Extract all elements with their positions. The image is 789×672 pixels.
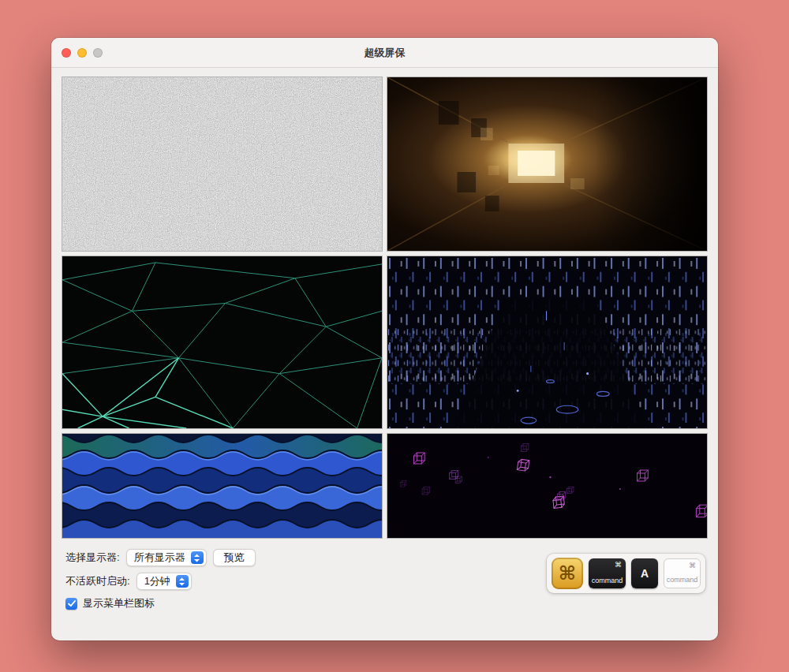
- command-symbol-icon: ⌘: [689, 562, 696, 569]
- preview-tv-static[interactable]: [62, 77, 382, 251]
- idle-select-value: 1分钟: [144, 574, 170, 588]
- hotkey-recorder[interactable]: ⌘ ⌘ command A ⌘ command: [547, 554, 705, 593]
- preview-wireframe-cubes[interactable]: [387, 434, 707, 538]
- display-label: 选择显示器:: [65, 551, 120, 565]
- zoom-button[interactable]: [93, 48, 103, 58]
- minimize-button[interactable]: [77, 48, 87, 58]
- command-symbol-icon: ⌘: [615, 561, 622, 569]
- menubar-row: 显示菜单栏图标: [65, 596, 705, 610]
- preview-blue-waves[interactable]: [62, 434, 382, 538]
- digital-rain-image: [387, 256, 707, 428]
- keycap-command-dark: ⌘ command: [589, 558, 626, 588]
- window-title: 超级屏保: [365, 46, 406, 60]
- preview-fractal-tunnel[interactable]: [387, 77, 707, 251]
- wireframe-cubes-image: [387, 434, 707, 538]
- blue-waves-image: [62, 434, 382, 538]
- checkmark-icon: [68, 600, 76, 607]
- traffic-lights: [62, 48, 103, 58]
- select-stepper-icon: [191, 551, 204, 564]
- preview-wireframe-mesh[interactable]: [62, 256, 382, 428]
- menubar-checkbox-label: 显示菜单栏图标: [83, 596, 155, 610]
- keycap-a: A: [631, 558, 658, 588]
- preview-digital-rain[interactable]: [387, 256, 707, 428]
- fractal-tunnel-image: [387, 77, 707, 251]
- app-window: 超级屏保: [51, 38, 718, 640]
- select-stepper-icon: [176, 575, 189, 588]
- preview-button[interactable]: 预览: [213, 549, 256, 566]
- idle-label: 不活跃时启动:: [65, 574, 130, 588]
- titlebar[interactable]: 超级屏保: [51, 38, 718, 68]
- keycap-command-light: ⌘ command: [664, 558, 701, 588]
- menubar-checkbox[interactable]: [65, 598, 77, 610]
- wireframe-mesh-image: [62, 256, 382, 428]
- display-select-value: 所有显示器: [134, 551, 185, 565]
- display-select[interactable]: 所有显示器: [126, 549, 207, 566]
- screensaver-grid: [62, 77, 707, 538]
- window-content: 选择显示器: 所有显示器 预览 不活跃时启动: 1分钟: [51, 68, 718, 610]
- idle-select[interactable]: 1分钟: [136, 573, 192, 590]
- tv-static-image: [62, 77, 382, 251]
- command-badge-icon: ⌘: [552, 558, 583, 589]
- close-button[interactable]: [62, 48, 71, 58]
